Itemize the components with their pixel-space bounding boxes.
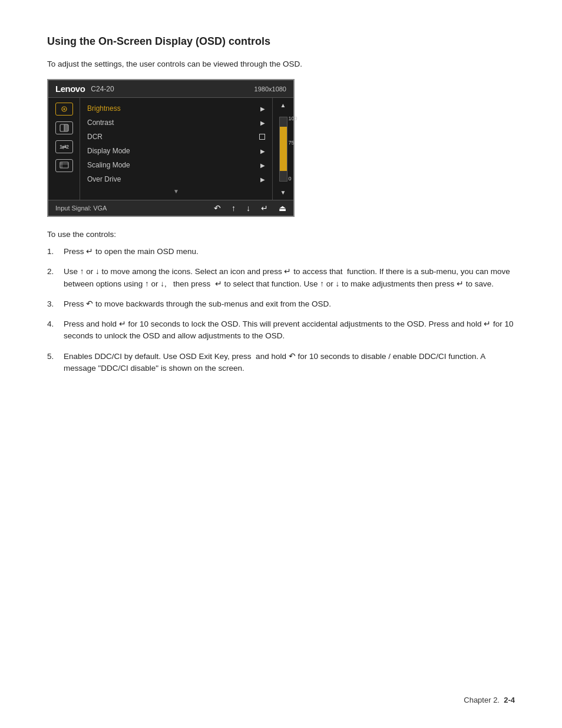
instruction-item-2: 2. Use ↑ or ↓ to move among the icons. S…	[47, 266, 515, 290]
instruction-item-5: 5. Enables DDC/CI by default. Use OSD Ex…	[47, 351, 515, 375]
osd-icons-column: 1⇄2	[48, 98, 80, 200]
osd-down-button[interactable]: ↓	[246, 203, 250, 213]
page-number: 2-4	[504, 696, 515, 704]
menu-label-scaling-mode: Scaling Mode	[87, 161, 130, 169]
contrast-icon[interactable]	[55, 121, 73, 134]
svg-rect-3	[64, 124, 68, 131]
osd-back-button[interactable]: ↶	[214, 203, 221, 213]
menu-label-dcr: DCR	[87, 133, 103, 141]
svg-point-1	[63, 108, 65, 110]
arrow-display-mode: ▶	[260, 148, 265, 154]
svg-rect-4	[60, 162, 68, 168]
osd-display: Lenovo C24-20 1980x1080 1⇄2	[47, 79, 295, 217]
instruction-num-1: 1.	[47, 246, 58, 258]
instruction-text-5: Enables DDC/CI by default. Use OSD Exit …	[64, 351, 515, 375]
slider-top-value: 100	[289, 116, 297, 121]
menu-item-dcr[interactable]: DCR	[80, 130, 272, 144]
brightness-icon[interactable]	[55, 103, 73, 116]
menu-label-contrast: Contrast	[87, 118, 114, 127]
menu-item-display-mode[interactable]: Display Mode ▶	[80, 144, 272, 158]
osd-slider-column: ▲ 100 75 0 ▼	[272, 98, 293, 200]
arrow-over-drive: ▶	[260, 176, 265, 183]
instruction-num-2: 2.	[47, 266, 58, 290]
osd-up-button[interactable]: ↑	[232, 203, 236, 213]
instruction-text-2: Use ↑ or ↓ to move among the icons. Sele…	[64, 266, 515, 290]
slider-up-arrow[interactable]: ▲	[279, 100, 288, 110]
instruction-num-4: 4.	[47, 318, 58, 342]
instruction-num-3: 3.	[47, 298, 58, 310]
arrow-contrast: ▶	[260, 120, 265, 126]
instruction-num-5: 5.	[47, 351, 58, 375]
osd-model: C24-20	[91, 85, 114, 93]
chapter-label: Chapter 2.	[464, 696, 500, 704]
instruction-item-3: 3. Press ↶ to move backwards through the…	[47, 298, 515, 310]
intro-text: To adjust the settings, the user control…	[47, 60, 515, 68]
instruction-item-1: 1. Press ↵ to open the main OSD menu.	[47, 246, 515, 258]
lenovo-logo: Lenovo	[55, 84, 85, 94]
slider-fill	[280, 127, 287, 172]
page-footer: Chapter 2. 2-4	[464, 696, 515, 704]
slider-background	[279, 117, 287, 182]
osd-signal-label: Input Signal: VGA	[55, 205, 107, 212]
instructions-list: 1. Press ↵ to open the main OSD menu. 2.…	[47, 246, 515, 374]
osd-footer: Input Signal: VGA ↶ ↑ ↓ ↵ ⏏	[48, 200, 293, 216]
osd-power-button[interactable]: ⏏	[279, 203, 286, 213]
display-mode-icon[interactable]	[55, 159, 73, 172]
instruction-text-1: Press ↵ to open the main OSD menu.	[64, 246, 515, 258]
dcr-icon[interactable]: 1⇄2	[55, 140, 73, 153]
instructions-title: To use the controls:	[47, 230, 515, 239]
square-dcr	[259, 134, 265, 140]
menu-item-scaling-mode[interactable]: Scaling Mode ▶	[80, 158, 272, 172]
menu-label-brightness: Brightness	[87, 104, 121, 113]
slider-bot-value: 0	[289, 176, 292, 182]
slider-mid-value: 75	[289, 140, 295, 146]
menu-label-display-mode: Display Mode	[87, 147, 130, 155]
page-title: Using the On-Screen Display (OSD) contro…	[47, 35, 515, 48]
osd-header-left: Lenovo C24-20	[55, 84, 114, 94]
slider-down-arrow[interactable]: ▼	[279, 187, 288, 197]
osd-resolution: 1980x1080	[254, 85, 286, 93]
arrow-scaling-mode: ▶	[260, 162, 265, 169]
osd-menu-column: Brightness ▶ Contrast ▶ DCR Display Mode…	[80, 98, 272, 200]
osd-body: 1⇄2 Brightness ▶ Contrast ▶ DCR	[48, 98, 293, 200]
slider-track: 100 75 0	[279, 117, 287, 182]
instruction-text-4: Press and hold ↵ for 10 seconds to lock …	[64, 318, 515, 342]
menu-item-over-drive[interactable]: Over Drive ▶	[80, 172, 272, 186]
osd-enter-button[interactable]: ↵	[261, 203, 268, 213]
instruction-item-4: 4. Press and hold ↵ for 10 seconds to lo…	[47, 318, 515, 342]
osd-header: Lenovo C24-20 1980x1080	[48, 80, 293, 98]
instruction-text-3: Press ↶ to move backwards through the su…	[64, 298, 515, 310]
menu-item-brightness[interactable]: Brightness ▶	[80, 101, 272, 116]
menu-item-contrast[interactable]: Contrast ▶	[80, 116, 272, 130]
menu-label-over-drive: Over Drive	[87, 175, 121, 183]
arrow-brightness: ▶	[260, 106, 265, 112]
